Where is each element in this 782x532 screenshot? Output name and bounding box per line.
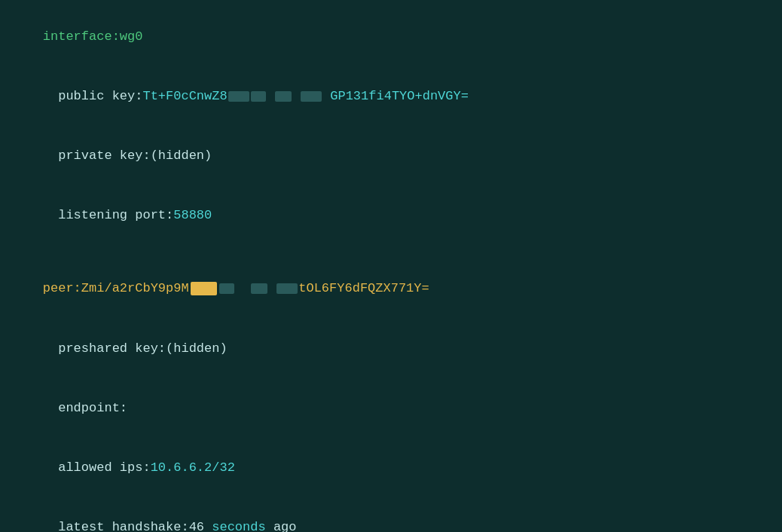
listening-port-line: listening port:58880 — [12, 186, 770, 246]
indent — [43, 341, 58, 356]
indent — [43, 460, 58, 475]
terminal-output: interface:wg0 public key:Tt+F0cCnwZ8 GP1… — [12, 8, 770, 532]
peer1-preshared: preshared key:(hidden) — [12, 319, 770, 378]
peer1-endpoint-label: endpoint: — [58, 401, 127, 415]
private-key-line: private key:(hidden) — [12, 127, 770, 186]
peer1-label: peer: — [43, 281, 81, 295]
peer1-handshake: latest handshake:46 seconds ago — [12, 497, 770, 532]
peer1-header: peer:Zmi/a2rCbY9p9M tOL6FY6dFQZX771Y= — [12, 259, 770, 319]
indent — [43, 401, 58, 415]
private-key-value: (hidden) — [151, 148, 212, 163]
peer1-allowed-label: allowed ips: — [58, 460, 150, 475]
indent — [43, 148, 58, 163]
indent — [43, 89, 58, 103]
redacted-pubkey-3 — [275, 91, 292, 102]
interface-name: wg0 — [120, 29, 143, 44]
peer1-allowed-value: 10.6.6.2/32 — [151, 460, 235, 475]
peer1-preshared-label: preshared key: — [58, 341, 166, 356]
peer1-key-suffix: tOL6FY6dFQZX771Y= — [298, 281, 429, 295]
public-key-value: Tt+F0cCnwZ8 — [142, 89, 227, 103]
interface-label: interface: — [43, 29, 120, 44]
peer1-endpoint: endpoint: — [12, 378, 770, 438]
redacted-peer1-4 — [276, 283, 298, 294]
peer1-key-prefix: Zmi/a2rCbY9p9M — [81, 281, 189, 295]
interface-line: interface:wg0 — [12, 8, 770, 67]
private-key-label: private key: — [58, 148, 150, 163]
peer1-handshake-value: 46 — [189, 520, 204, 532]
redacted-pubkey-1 — [228, 91, 249, 102]
peer1-allowed-ips: allowed ips:10.6.6.2/32 — [12, 438, 770, 497]
public-key-label: public key: — [58, 89, 142, 103]
redacted-pubkey-2 — [251, 91, 266, 102]
peer1-handshake-unit: seconds — [212, 520, 265, 532]
indent — [43, 520, 58, 532]
public-key-line: public key:Tt+F0cCnwZ8 GP131fi4TYO+dnVGY… — [12, 67, 770, 127]
redacted-peer1-1 — [191, 282, 217, 295]
peer1-handshake-label: latest handshake: — [58, 520, 188, 532]
peer1-handshake-suffix: ago — [273, 520, 297, 532]
peer1-preshared-value: (hidden) — [166, 341, 228, 356]
redacted-peer1-3 — [251, 283, 267, 294]
public-key-suffix: GP131fi4TYO+dnVGY= — [330, 89, 469, 103]
indent — [43, 208, 58, 222]
listening-port-label: listening port: — [58, 208, 173, 222]
redacted-pubkey-4 — [301, 91, 322, 102]
redacted-peer1-2 — [219, 283, 234, 294]
listening-port-value: 58880 — [173, 208, 212, 222]
